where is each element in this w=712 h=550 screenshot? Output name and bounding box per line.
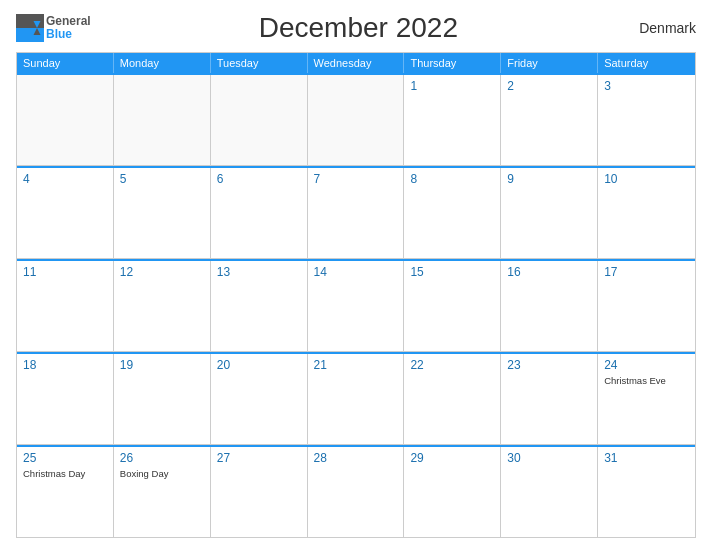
day-number-7: 7 <box>314 172 398 186</box>
week-row-4: 18192021222324Christmas Eve <box>17 352 695 445</box>
day-cell-10-1-6: 10 <box>598 168 695 258</box>
day-cell-18-3-0: 18 <box>17 354 114 444</box>
day-number-5: 5 <box>120 172 204 186</box>
day-number-13: 13 <box>217 265 301 279</box>
day-cell-30-4-5: 30 <box>501 447 598 537</box>
day-number-18: 18 <box>23 358 107 372</box>
day-cell-22-3-4: 22 <box>404 354 501 444</box>
day-number-12: 12 <box>120 265 204 279</box>
weeks-container: 123456789101112131415161718192021222324C… <box>17 73 695 537</box>
logo-text: General Blue <box>46 15 91 41</box>
day-number-19: 19 <box>120 358 204 372</box>
day-cell-23-3-5: 23 <box>501 354 598 444</box>
day-cell-28-4-3: 28 <box>308 447 405 537</box>
day-cell-2-0-5: 2 <box>501 75 598 165</box>
week-row-3: 11121314151617 <box>17 259 695 352</box>
day-cell-19-3-1: 19 <box>114 354 211 444</box>
day-number-9: 9 <box>507 172 591 186</box>
week-row-2: 45678910 <box>17 166 695 259</box>
calendar-title: December 2022 <box>91 12 626 44</box>
header-monday: Monday <box>114 53 211 73</box>
day-cell-24-3-6: 24Christmas Eve <box>598 354 695 444</box>
day-cell-29-4-4: 29 <box>404 447 501 537</box>
day-cell-1-0-4: 1 <box>404 75 501 165</box>
day-number-14: 14 <box>314 265 398 279</box>
day-cell-7-1-3: 7 <box>308 168 405 258</box>
calendar-grid: Sunday Monday Tuesday Wednesday Thursday… <box>16 52 696 538</box>
day-number-6: 6 <box>217 172 301 186</box>
header-sunday: Sunday <box>17 53 114 73</box>
day-cell-4-1-0: 4 <box>17 168 114 258</box>
day-number-2: 2 <box>507 79 591 93</box>
day-number-25: 25 <box>23 451 107 465</box>
day-cell-16-2-5: 16 <box>501 261 598 351</box>
day-number-16: 16 <box>507 265 591 279</box>
day-number-8: 8 <box>410 172 494 186</box>
day-cell-11-2-0: 11 <box>17 261 114 351</box>
header-friday: Friday <box>501 53 598 73</box>
logo: General Blue <box>16 14 91 42</box>
day-cell-20-3-2: 20 <box>211 354 308 444</box>
day-event-24: Christmas Eve <box>604 375 666 386</box>
day-cell-15-2-4: 15 <box>404 261 501 351</box>
day-cell-empty-0-2 <box>211 75 308 165</box>
day-cell-empty-0-3 <box>308 75 405 165</box>
logo-icon <box>16 14 44 42</box>
day-cell-empty-0-1 <box>114 75 211 165</box>
day-number-26: 26 <box>120 451 204 465</box>
header-wednesday: Wednesday <box>308 53 405 73</box>
country-label: Denmark <box>626 20 696 36</box>
day-number-10: 10 <box>604 172 689 186</box>
day-cell-empty-0-0 <box>17 75 114 165</box>
day-cell-8-1-4: 8 <box>404 168 501 258</box>
day-number-20: 20 <box>217 358 301 372</box>
header-tuesday: Tuesday <box>211 53 308 73</box>
day-cell-13-2-2: 13 <box>211 261 308 351</box>
day-number-29: 29 <box>410 451 494 465</box>
day-event-25: Christmas Day <box>23 468 85 479</box>
header: General Blue December 2022 Denmark <box>16 12 696 44</box>
day-number-30: 30 <box>507 451 591 465</box>
day-number-23: 23 <box>507 358 591 372</box>
day-cell-21-3-3: 21 <box>308 354 405 444</box>
day-number-4: 4 <box>23 172 107 186</box>
header-thursday: Thursday <box>404 53 501 73</box>
day-number-22: 22 <box>410 358 494 372</box>
logo-blue-text: Blue <box>46 28 91 41</box>
header-saturday: Saturday <box>598 53 695 73</box>
day-headers-row: Sunday Monday Tuesday Wednesday Thursday… <box>17 53 695 73</box>
day-number-3: 3 <box>604 79 689 93</box>
day-number-21: 21 <box>314 358 398 372</box>
day-cell-6-1-2: 6 <box>211 168 308 258</box>
day-cell-26-4-1: 26Boxing Day <box>114 447 211 537</box>
day-cell-14-2-3: 14 <box>308 261 405 351</box>
day-event-26: Boxing Day <box>120 468 169 479</box>
day-number-15: 15 <box>410 265 494 279</box>
day-cell-31-4-6: 31 <box>598 447 695 537</box>
day-cell-17-2-6: 17 <box>598 261 695 351</box>
day-cell-25-4-0: 25Christmas Day <box>17 447 114 537</box>
calendar-page: General Blue December 2022 Denmark Sunda… <box>0 0 712 550</box>
day-cell-5-1-1: 5 <box>114 168 211 258</box>
week-row-1: 123 <box>17 73 695 166</box>
day-cell-9-1-5: 9 <box>501 168 598 258</box>
day-cell-12-2-1: 12 <box>114 261 211 351</box>
day-number-1: 1 <box>410 79 494 93</box>
day-cell-27-4-2: 27 <box>211 447 308 537</box>
day-number-11: 11 <box>23 265 107 279</box>
week-row-5: 25Christmas Day26Boxing Day2728293031 <box>17 445 695 537</box>
day-number-28: 28 <box>314 451 398 465</box>
day-number-27: 27 <box>217 451 301 465</box>
day-number-24: 24 <box>604 358 689 372</box>
day-number-17: 17 <box>604 265 689 279</box>
day-number-31: 31 <box>604 451 689 465</box>
day-cell-3-0-6: 3 <box>598 75 695 165</box>
